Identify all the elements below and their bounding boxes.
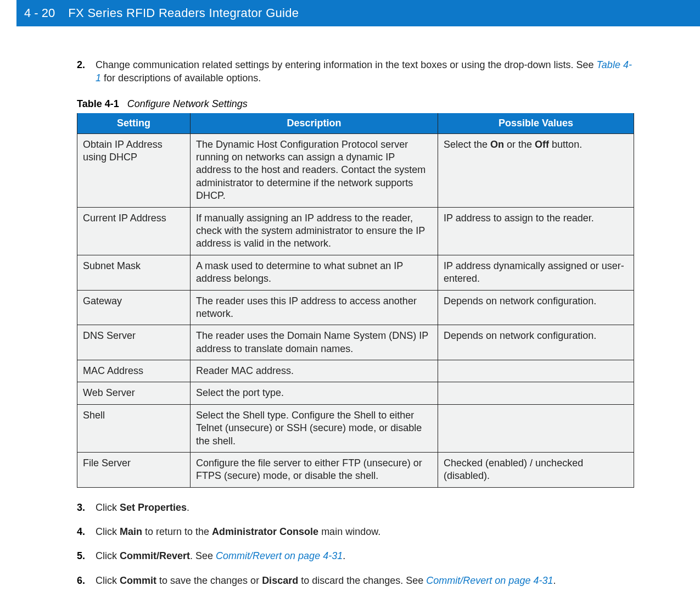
cell-values <box>438 404 634 452</box>
cell-description: Configure the file server to either FTP … <box>191 453 438 488</box>
cell-description: Select the port type. <box>191 382 438 404</box>
cell-values: Checked (enabled) / unchecked (disabled)… <box>438 453 634 488</box>
cell-description: A mask used to determine to what subnet … <box>191 255 438 290</box>
cell-description: The reader uses this IP address to acces… <box>191 290 438 325</box>
table-row: Subnet Mask A mask used to determine to … <box>77 255 634 290</box>
step-3: 3. Click Set Properties. <box>77 501 634 514</box>
cell-values: Depends on network configuration. <box>438 325 634 360</box>
page-content: 2. Change communication related settings… <box>0 26 700 597</box>
cell-setting: MAC Address <box>77 360 191 382</box>
cell-setting: DNS Server <box>77 325 191 360</box>
cell-description: Reader MAC address. <box>191 360 438 382</box>
commit-revert-link[interactable]: Commit/Revert on page 4-31 <box>426 575 553 586</box>
step-number: 6. <box>77 574 96 587</box>
table-row: Shell Select the Shell type. Configure t… <box>77 404 634 452</box>
cell-setting: Current IP Address <box>77 207 191 255</box>
cell-setting: Shell <box>77 404 191 452</box>
table-title: Configure Network Settings <box>127 98 248 109</box>
step-5: 5. Click Commit/Revert. See Commit/Rever… <box>77 549 634 562</box>
step-text: Click Set Properties. <box>96 501 634 514</box>
col-header-setting: Setting <box>77 113 191 134</box>
page-number: 4 - 20 <box>24 6 55 20</box>
cell-description: The Dynamic Host Configuration Protocol … <box>191 133 438 207</box>
cell-values <box>438 360 634 382</box>
cell-setting: Subnet Mask <box>77 255 191 290</box>
step-number: 5. <box>77 549 96 562</box>
cell-values <box>438 382 634 404</box>
cell-values: IP address to assign to the reader. <box>438 207 634 255</box>
table-row: Current IP Address If manually assigning… <box>77 207 634 255</box>
table-label: Table 4-1 <box>77 98 119 109</box>
cell-setting: Obtain IP Address using DHCP <box>77 133 191 207</box>
cell-values: Select the On or the Off button. <box>438 133 634 207</box>
cell-setting: File Server <box>77 453 191 488</box>
step-2: 2. Change communication related settings… <box>77 58 634 85</box>
table-row: File Server Configure the file server to… <box>77 453 634 488</box>
step-number: 4. <box>77 525 96 538</box>
table-row: Obtain IP Address using DHCP The Dynamic… <box>77 133 634 207</box>
step-4: 4. Click Main to return to the Administr… <box>77 525 634 538</box>
cell-values: Depends on network configuration. <box>438 290 634 325</box>
step-text: Click Commit/Revert. See Commit/Revert o… <box>96 549 634 562</box>
document-title: FX Series RFID Readers Integrator Guide <box>68 6 299 20</box>
step-number: 2. <box>77 58 96 85</box>
step-text: Click Main to return to the Administrato… <box>96 525 634 538</box>
table-caption: Table 4-1 Configure Network Settings <box>77 98 634 110</box>
cell-setting: Web Server <box>77 382 191 404</box>
table-row: MAC Address Reader MAC address. <box>77 360 634 382</box>
col-header-description: Description <box>191 113 438 134</box>
cell-setting: Gateway <box>77 290 191 325</box>
cell-description: Select the Shell type. Configure the She… <box>191 404 438 452</box>
step-text: Change communication related settings by… <box>96 58 634 85</box>
step-6: 6. Click Commit to save the changes or D… <box>77 574 634 587</box>
table-row: Gateway The reader uses this IP address … <box>77 290 634 325</box>
table-row: DNS Server The reader uses the Domain Na… <box>77 325 634 360</box>
step-text: Click Commit to save the changes or Disc… <box>96 574 634 587</box>
page-header: 4 - 20 FX Series RFID Readers Integrator… <box>16 0 700 26</box>
commit-revert-link[interactable]: Commit/Revert on page 4-31 <box>216 550 343 561</box>
network-settings-table: Setting Description Possible Values Obta… <box>77 113 634 488</box>
step-number: 3. <box>77 501 96 514</box>
table-row: Web Server Select the port type. <box>77 382 634 404</box>
cell-description: The reader uses the Domain Name System (… <box>191 325 438 360</box>
cell-description: If manually assigning an IP address to t… <box>191 207 438 255</box>
col-header-values: Possible Values <box>438 113 634 134</box>
cell-values: IP address dynamically assigned or user-… <box>438 255 634 290</box>
